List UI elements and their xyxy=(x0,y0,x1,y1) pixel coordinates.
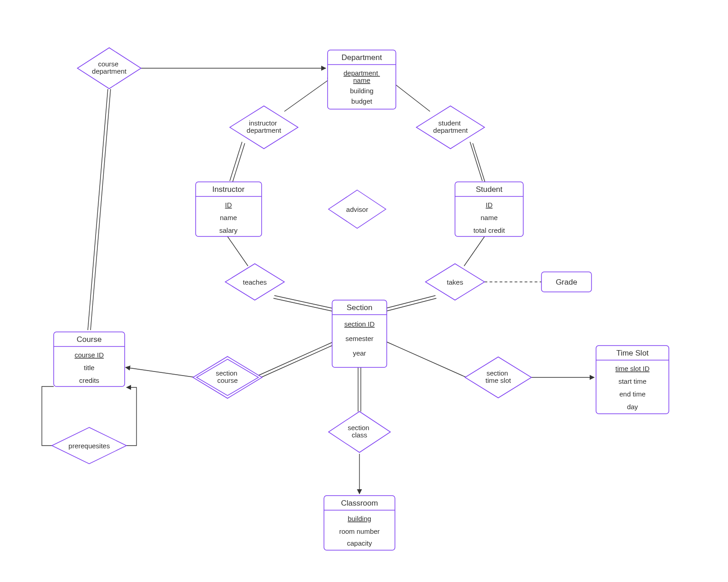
svg-text:prerequesites: prerequesites xyxy=(69,442,110,450)
entity-student-attr-2: total credit xyxy=(473,226,505,234)
entity-department-attr-1: building xyxy=(350,87,374,95)
entity-section-attr-2: year xyxy=(353,349,366,357)
entity-student-title: Student xyxy=(476,185,503,194)
entity-course: Course course ID title credits xyxy=(54,332,125,386)
svg-line-10 xyxy=(257,342,332,376)
entity-grade: Grade xyxy=(541,272,592,292)
edge-instrdept-to-department xyxy=(284,77,332,111)
entity-timeslot-attr-0: time slot ID xyxy=(615,365,649,372)
svg-line-9 xyxy=(383,298,436,312)
svg-line-11 xyxy=(258,345,333,379)
entity-instructor-title: Instructor xyxy=(212,185,245,194)
edge-sectioncourse-to-section xyxy=(257,342,333,379)
entity-course-attr-1: title xyxy=(84,364,94,371)
edge-sectiontimeslot-to-section xyxy=(387,342,466,377)
entity-section-title: Section xyxy=(347,303,373,312)
entity-section-attr-1: semester xyxy=(345,335,374,342)
relationship-advisor: advisor xyxy=(329,190,386,228)
svg-line-8 xyxy=(382,296,435,309)
edge-instrdept-to-instructor xyxy=(230,142,245,182)
entity-student-attr-1: name xyxy=(480,214,498,221)
edge-studdept-to-student xyxy=(470,142,485,182)
entity-course-attr-0: course ID xyxy=(75,351,104,359)
entity-instructor-attr-2: salary xyxy=(219,226,238,234)
entity-classroom-attr-1: room number xyxy=(339,527,379,535)
relationship-student-department: student department xyxy=(416,106,485,149)
svg-line-2 xyxy=(230,142,242,181)
entity-section-attr-0: section ID xyxy=(344,320,375,328)
relationship-prerequisites: prerequesites xyxy=(52,427,126,464)
svg-line-3 xyxy=(233,143,245,182)
relationship-teaches: teaches xyxy=(225,264,284,300)
entity-classroom-attr-2: capacity xyxy=(347,539,372,547)
svg-line-4 xyxy=(470,142,482,181)
relationship-course-department: course department xyxy=(77,48,141,89)
edge-teaches-to-section xyxy=(273,296,337,312)
svg-text:takes: takes xyxy=(447,278,463,286)
entity-timeslot-title: Time Slot xyxy=(616,349,648,357)
svg-line-1 xyxy=(91,89,111,330)
relationship-instructor-department: instructor department xyxy=(230,106,298,149)
relationship-section-course: section course xyxy=(193,356,262,398)
edge-prereq-left xyxy=(42,386,54,446)
entity-student: Student ID name total credit xyxy=(455,182,523,236)
relationship-takes: takes xyxy=(425,264,485,300)
svg-line-6 xyxy=(274,296,337,309)
edge-sectioncourse-to-course xyxy=(126,367,196,377)
entity-department: Department department name building budg… xyxy=(328,50,396,109)
entity-instructor: Instructor ID name salary xyxy=(196,182,262,236)
entity-course-attr-2: credits xyxy=(79,376,99,384)
entity-timeslot-attr-3: day xyxy=(627,403,638,411)
entity-instructor-attr-0: ID xyxy=(225,201,232,209)
entity-student-attr-0: ID xyxy=(486,201,493,209)
svg-text:instructor
      department: instructor department xyxy=(247,119,282,134)
edge-takes-to-student xyxy=(464,236,485,266)
edge-prereq-right xyxy=(125,387,136,446)
entity-classroom: Classroom building room number capacity xyxy=(324,496,395,550)
entity-department-title: Department xyxy=(342,53,382,62)
entity-department-attr-2: budget xyxy=(351,97,373,105)
svg-text:section
      time slot: section time slot xyxy=(485,369,511,384)
edge-teaches-to-instructor xyxy=(228,236,248,266)
svg-text:advisor: advisor xyxy=(346,206,368,213)
entity-course-title: Course xyxy=(77,335,102,344)
entity-instructor-attr-1: name xyxy=(220,214,237,221)
svg-text:teaches: teaches xyxy=(243,278,267,286)
svg-line-7 xyxy=(273,298,336,312)
entity-timeslot-attr-2: end time xyxy=(619,390,646,398)
relationship-section-time-slot: section time slot xyxy=(465,357,531,398)
svg-line-5 xyxy=(473,143,485,182)
edge-takes-to-section xyxy=(382,296,436,312)
entity-section: Section section ID semester year xyxy=(332,300,387,367)
entity-classroom-attr-0: building xyxy=(348,515,371,522)
entity-grade-title: Grade xyxy=(556,278,577,286)
relationship-section-class: section class xyxy=(329,411,390,452)
entity-time-slot: Time Slot time slot ID start time end ti… xyxy=(596,346,669,414)
entity-classroom-title: Classroom xyxy=(341,499,378,507)
entity-timeslot-attr-1: start time xyxy=(618,377,647,385)
edge-coursedept-to-course xyxy=(88,89,111,330)
edge-sectionclass-to-section xyxy=(358,367,361,411)
svg-line-0 xyxy=(88,89,108,330)
svg-text:section
      course: section course xyxy=(216,369,239,384)
